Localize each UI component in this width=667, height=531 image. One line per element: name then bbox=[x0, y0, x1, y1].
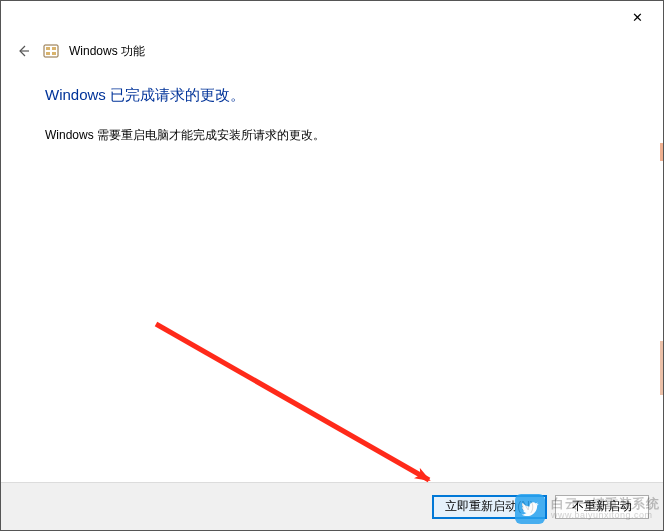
body-text: Windows 需要重启电脑才能完成安装所请求的更改。 bbox=[45, 127, 633, 144]
annotation-arrow bbox=[1, 1, 665, 531]
svg-rect-4 bbox=[46, 52, 50, 55]
content-area: Windows 已完成请求的更改。 Windows 需要重启电脑才能完成安装所请… bbox=[45, 86, 633, 144]
footer: 立即重新启动(N) 不重新启动 bbox=[1, 482, 663, 530]
header: Windows 功能 bbox=[13, 41, 145, 61]
background-sliver bbox=[660, 143, 663, 161]
svg-rect-3 bbox=[52, 47, 56, 50]
background-sliver bbox=[660, 341, 663, 395]
dialog-title: Windows 功能 bbox=[69, 43, 145, 60]
restart-now-button[interactable]: 立即重新启动(N) bbox=[432, 495, 547, 519]
dont-restart-button[interactable]: 不重新启动 bbox=[555, 495, 649, 519]
svg-rect-2 bbox=[46, 47, 50, 50]
svg-rect-1 bbox=[44, 45, 58, 57]
dialog-window: ✕ Windows 功能 Windows 已完成请求的更改。 Windows 需… bbox=[0, 0, 664, 531]
back-button[interactable] bbox=[13, 41, 33, 61]
back-arrow-icon bbox=[15, 43, 31, 59]
svg-rect-5 bbox=[52, 52, 56, 55]
svg-line-6 bbox=[156, 324, 429, 480]
close-button[interactable]: ✕ bbox=[617, 3, 657, 31]
windows-features-icon bbox=[43, 43, 59, 59]
close-icon: ✕ bbox=[632, 10, 643, 25]
main-heading: Windows 已完成请求的更改。 bbox=[45, 86, 633, 105]
